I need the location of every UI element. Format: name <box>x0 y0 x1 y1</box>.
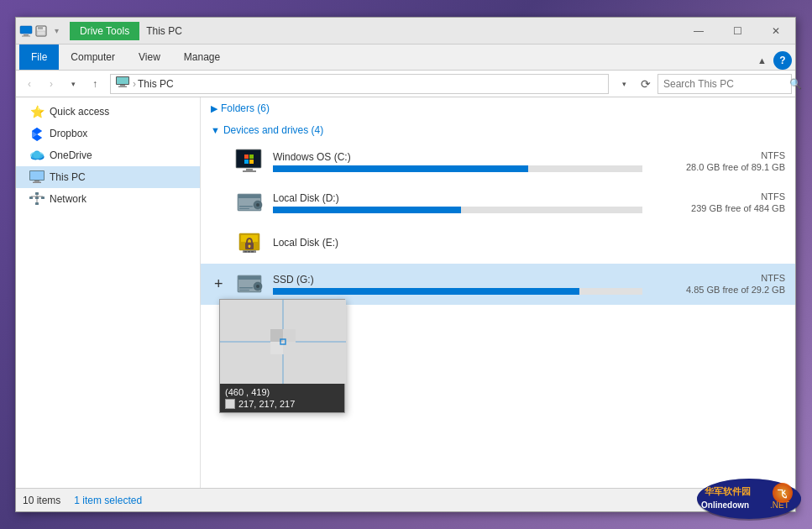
drive-c-fs: NTFS <box>651 150 785 160</box>
sidebar-item-dropbox[interactable]: Dropbox <box>16 123 200 144</box>
up-button[interactable]: ↑ <box>85 74 105 94</box>
drive-d-meta: NTFS 239 GB free of 484 GB <box>651 191 785 213</box>
selected-count: 1 item selected <box>74 495 142 506</box>
refresh-button[interactable]: ⟳ <box>636 74 656 94</box>
ribbon-right: ▲ ? <box>754 51 792 70</box>
svg-rect-53 <box>251 251 254 253</box>
svg-text:飞: 飞 <box>778 489 787 499</box>
drive-d[interactable]: Local Disk (D:) NTFS 239 GB free of 484 … <box>201 182 795 223</box>
drive-e-name: Local Disk (E:) <box>273 237 785 249</box>
swatch-color <box>225 399 235 409</box>
svg-rect-25 <box>35 202 39 205</box>
status-bar: 10 items 1 item selected ⊞ ☰ <box>16 488 795 511</box>
back-button[interactable]: ‹ <box>19 74 39 94</box>
sidebar-item-this-pc[interactable]: This PC <box>16 166 200 188</box>
onedrive-icon <box>29 148 45 163</box>
maximize-button[interactable]: ☐ <box>718 18 757 45</box>
drive-c-meta: NTFS 28.0 GB free of 89.1 GB <box>651 150 785 172</box>
svg-marker-11 <box>32 128 42 141</box>
svg-rect-44 <box>239 208 249 209</box>
svg-rect-8 <box>120 85 125 86</box>
drive-d-progress-bg <box>273 207 642 213</box>
svg-rect-4 <box>38 26 43 29</box>
address-bar-actions: ▾ ⟳ <box>614 74 656 94</box>
svg-rect-19 <box>34 181 39 182</box>
drive-g-fs: NTFS <box>651 273 785 283</box>
svg-rect-33 <box>243 170 256 172</box>
color-preview-coords: (460 , 419) <box>225 387 339 397</box>
svg-rect-0 <box>20 26 32 34</box>
window-controls: — ☐ ✕ <box>679 18 795 45</box>
sidebar-item-label: Quick access <box>50 106 109 118</box>
sidebar: ⭐ Quick access Dropbox <box>16 97 201 488</box>
svg-rect-32 <box>246 169 253 170</box>
drive-g-progress-bg <box>273 288 642 295</box>
sidebar-item-label: Network <box>50 193 86 205</box>
drive-c-info: Windows OS (C:) <box>273 151 642 172</box>
sidebar-item-network[interactable]: Network <box>16 188 200 210</box>
svg-rect-35 <box>249 155 254 159</box>
title-bar: ▾ Drive Tools This PC — ☐ ✕ <box>16 18 795 45</box>
drive-d-space: 239 GB free of 484 GB <box>651 203 785 213</box>
svg-rect-20 <box>33 182 41 184</box>
drive-c-space: 28.0 GB free of 89.1 GB <box>651 162 785 172</box>
folders-section-header[interactable]: ▶ Folders (6) <box>201 97 795 119</box>
svg-rect-49 <box>249 246 250 248</box>
quick-access-icon: ⭐ <box>29 104 45 119</box>
devices-section-header[interactable]: ▼ Devices and drives (4) <box>201 119 795 141</box>
search-icon[interactable]: 🔍 <box>789 78 802 90</box>
svg-rect-21 <box>35 192 39 195</box>
svg-text:华军软件园: 华军软件园 <box>704 486 751 496</box>
address-path[interactable]: › This PC <box>110 74 609 94</box>
drive-d-icon <box>234 187 265 217</box>
close-button[interactable]: ✕ <box>757 18 795 45</box>
color-preview-canvas <box>220 300 346 384</box>
ribbon-collapse-arrow[interactable]: ▲ <box>754 54 770 67</box>
sidebar-item-onedrive[interactable]: OneDrive <box>16 144 200 166</box>
svg-rect-18 <box>30 171 44 180</box>
folders-label: Folders (6) <box>221 102 270 114</box>
network-icon <box>29 191 45 207</box>
recent-button[interactable]: ▾ <box>63 74 83 94</box>
drive-c-progress-bg <box>273 165 642 172</box>
color-preview-info: (460 , 419) 217, 217, 217 <box>220 384 344 412</box>
drive-d-name: Local Disk (D:) <box>273 192 642 204</box>
tab-file[interactable]: File <box>19 45 59 70</box>
search-box[interactable]: 🔍 <box>657 74 792 94</box>
dropdown-arrow[interactable]: ▾ <box>614 74 634 94</box>
save-icon[interactable] <box>34 24 48 38</box>
drive-c[interactable]: Windows OS (C:) NTFS 28.0 GB free of 89.… <box>201 141 795 182</box>
svg-text:Onlinedown: Onlinedown <box>701 500 749 510</box>
svg-rect-9 <box>118 86 127 88</box>
sidebar-item-quick-access[interactable]: ⭐ Quick access <box>16 101 200 123</box>
search-input[interactable] <box>663 78 789 90</box>
svg-point-16 <box>30 152 44 160</box>
drive-g-info: SSD (G:) <box>273 274 642 295</box>
minimize-button[interactable]: — <box>679 18 718 45</box>
drive-c-progress-fill <box>273 165 528 172</box>
drive-tools-tab[interactable]: Drive Tools <box>70 22 139 40</box>
tab-view[interactable]: View <box>127 45 172 70</box>
drive-e-icon <box>234 228 265 259</box>
svg-rect-5 <box>37 31 45 35</box>
tab-computer[interactable]: Computer <box>59 45 127 70</box>
sidebar-item-label: This PC <box>50 171 86 183</box>
svg-rect-59 <box>239 287 253 289</box>
drive-e-info: Local Disk (E:) <box>273 237 785 251</box>
drive-d-fs: NTFS <box>651 191 785 202</box>
forward-button[interactable]: › <box>41 74 61 94</box>
tab-manage[interactable]: Manage <box>172 45 232 70</box>
sidebar-item-label: Dropbox <box>50 128 87 139</box>
help-button[interactable]: ? <box>773 51 792 70</box>
svg-rect-7 <box>117 77 128 84</box>
drive-e[interactable]: Local Disk (E:) <box>201 223 795 264</box>
drive-g-name: SSD (G:) <box>273 274 642 285</box>
this-pc-icon <box>29 170 45 185</box>
drive-c-name: Windows OS (C:) <box>273 151 642 163</box>
svg-rect-2 <box>22 35 30 36</box>
watermark: 华军软件园 Onlinedown .NET 飞 <box>694 476 804 522</box>
ribbon-tabs: File Computer View Manage ▲ ? <box>16 45 795 70</box>
main-content: ⭐ Quick access Dropbox <box>16 97 795 488</box>
path-label: This PC <box>138 78 174 90</box>
window-title: This PC <box>146 25 679 37</box>
